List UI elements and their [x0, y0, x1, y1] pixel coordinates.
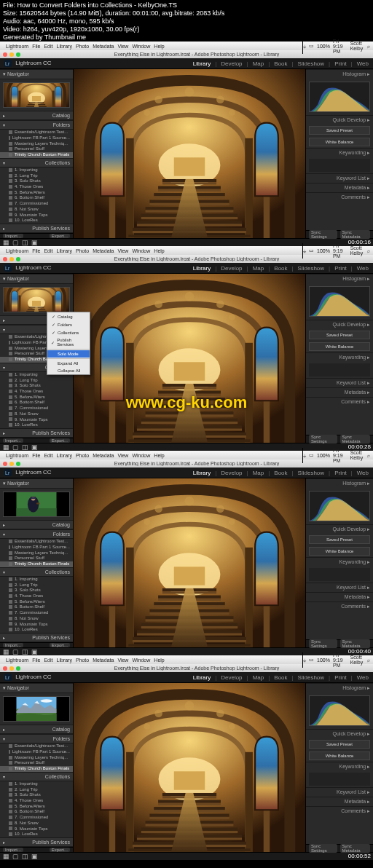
mac-menu-item[interactable]: Metadata [93, 453, 114, 458]
collections-header[interactable]: ▾Collections [0, 772, 73, 781]
collection-item[interactable]: 3. Solo Shots [0, 178, 73, 184]
folder-item[interactable]: Mastering Layers Techniq... [0, 141, 73, 146]
folders-header[interactable]: ▾Folders [0, 529, 73, 539]
folder-item[interactable]: Lightroom FB Part 1 Source... [0, 749, 73, 755]
loupe-icon[interactable]: ▢ [12, 648, 19, 655]
keywordlist-header[interactable]: Keyword List ▸ [306, 787, 373, 797]
collection-item[interactable]: 6. Bottom Shelf [0, 400, 73, 406]
module-tab[interactable]: Book [274, 265, 287, 272]
wifi-icon[interactable]: ⏚ [303, 248, 306, 253]
folder-item[interactable]: Mastering Layers Techniq... [0, 754, 73, 760]
collection-item[interactable]: 5. Before/Afters [0, 394, 73, 400]
sync-metadata-button[interactable]: Sync Metadata [340, 230, 370, 239]
export-button[interactable]: Export... [50, 643, 70, 647]
preset-dropdown[interactable]: Saved Preset [309, 535, 370, 544]
mac-menu-item[interactable]: Metadata [93, 658, 114, 663]
navigator-header[interactable]: ▾ Navigator [0, 478, 73, 489]
menubar-status[interactable]: 100% [317, 453, 330, 458]
collection-item[interactable]: 10. LowRes [0, 832, 73, 837]
histogram[interactable] [309, 82, 370, 112]
folder-item[interactable]: Essentials/Lightroom Test... [0, 539, 73, 545]
collection-item[interactable]: 5. Before/Afters [0, 189, 73, 195]
catalog-header[interactable]: ▸Catalog [0, 111, 73, 120]
folder-item[interactable]: Personnel Stuff [0, 146, 73, 152]
sync-settings-button[interactable]: Sync Settings [309, 639, 337, 648]
module-tab[interactable]: Print [334, 470, 346, 476]
wifi-icon[interactable]: ⏚ [303, 658, 306, 663]
keywordlist-header[interactable]: Keyword List ▸ [306, 173, 373, 183]
battery-icon[interactable]: ▭ [309, 43, 314, 49]
module-tab[interactable]: Slideshow [298, 60, 324, 67]
mac-menu-item[interactable]: Lightroom [6, 453, 28, 458]
ctx-solo-mode[interactable]: Solo Mode [47, 350, 90, 358]
collection-item[interactable]: 2. Long Trip [0, 377, 73, 383]
module-tab[interactable]: Print [334, 674, 346, 681]
quickdev-header[interactable]: Quick Develop ▸ [306, 320, 373, 329]
collection-item[interactable]: 2. Long Trip [0, 173, 73, 178]
keywording-header[interactable]: Keywording ▸ [306, 762, 373, 771]
module-tab[interactable]: Web [357, 674, 369, 681]
collection-item[interactable]: 2. Long Trip [0, 786, 73, 792]
import-button[interactable]: Import... [3, 643, 23, 647]
keyword-field[interactable] [309, 159, 370, 172]
compare-icon[interactable]: ◫ [22, 443, 28, 451]
mac-menu-item[interactable]: Edit [44, 44, 52, 49]
sync-metadata-button[interactable]: Sync Metadata [340, 639, 370, 648]
module-tab[interactable]: Develop [221, 674, 242, 681]
wb-dropdown[interactable]: White Balance [309, 751, 370, 760]
mac-menu-item[interactable]: Library [56, 453, 71, 458]
module-tab[interactable]: Library [193, 470, 211, 476]
mac-menu-item[interactable]: Library [56, 44, 71, 49]
histogram-header[interactable]: Histogram ▸ [306, 683, 373, 693]
collection-item[interactable]: 8. Not Snow [0, 615, 73, 621]
battery-icon[interactable]: ▭ [309, 657, 314, 663]
module-tab[interactable]: Slideshow [298, 674, 324, 681]
collection-item[interactable]: 7. Commissioned [0, 406, 73, 411]
keywordlist-header[interactable]: Keyword List ▸ [306, 583, 373, 592]
mac-menu-item[interactable]: Help [154, 44, 164, 49]
metadata-header[interactable]: Metadata ▸ [306, 387, 373, 397]
collection-item[interactable]: 6. Bottom Shelf [0, 809, 73, 815]
collection-item[interactable]: 2. Long Trip [0, 582, 73, 588]
collection-item[interactable]: 9. Mountain Tops [0, 621, 73, 627]
compare-icon[interactable]: ◫ [22, 648, 28, 655]
mac-menu-item[interactable]: Edit [44, 453, 52, 458]
preset-dropdown[interactable]: Saved Preset [309, 740, 370, 749]
compare-icon[interactable]: ◫ [22, 239, 28, 246]
sync-settings-button[interactable]: Sync Settings [309, 844, 337, 853]
menubar-status[interactable]: Scott Kelby [350, 41, 364, 51]
ctx-item[interactable]: ✓Collections [47, 328, 90, 336]
loupe-view[interactable] [74, 274, 305, 443]
minimize-button[interactable] [9, 462, 14, 466]
collection-item[interactable]: 5. Before/Afters [0, 803, 73, 809]
spotlight-icon[interactable]: ⌕ [367, 453, 370, 458]
keywordlist-header[interactable]: Keyword List ▸ [306, 378, 373, 387]
loupe-view[interactable] [74, 69, 305, 238]
sync-metadata-button[interactable]: Sync Metadata [340, 435, 370, 443]
collection-item[interactable]: 3. Solo Shots [0, 792, 73, 798]
module-tab[interactable]: Map [253, 674, 264, 681]
zoom-button[interactable] [16, 666, 20, 671]
close-button[interactable] [3, 462, 7, 466]
sync-settings-button[interactable]: Sync Settings [309, 230, 337, 239]
navigator-thumb[interactable] [3, 492, 70, 517]
collection-item[interactable]: 8. Not Snow [0, 820, 73, 826]
mac-menu-item[interactable]: Help [154, 248, 164, 253]
folder-item[interactable]: Mastering Layers Techniq... [0, 550, 73, 556]
mac-menu-item[interactable]: File [32, 658, 40, 663]
ctx-expand[interactable]: Expand All [47, 360, 90, 367]
close-button[interactable] [3, 666, 7, 671]
module-tab[interactable]: Web [357, 60, 369, 67]
module-tab[interactable]: Book [274, 674, 287, 681]
collections-header[interactable]: ▾Collections [0, 158, 73, 167]
collection-item[interactable]: 1. Importing [0, 577, 73, 583]
collection-item[interactable]: 6. Bottom Shelf [0, 604, 73, 610]
mac-menu-item[interactable]: Photo [76, 248, 89, 253]
menubar-status[interactable]: Scott Kelby [350, 655, 364, 665]
collection-item[interactable]: 4. Those Ones [0, 184, 73, 190]
collection-item[interactable]: 4. Those Ones [0, 389, 73, 395]
ctx-item[interactable]: ✓Catalog [47, 312, 90, 320]
module-tab[interactable]: Library [193, 265, 211, 272]
publish-header[interactable]: ▸Publish Services [0, 224, 73, 233]
minimize-button[interactable] [9, 666, 14, 671]
